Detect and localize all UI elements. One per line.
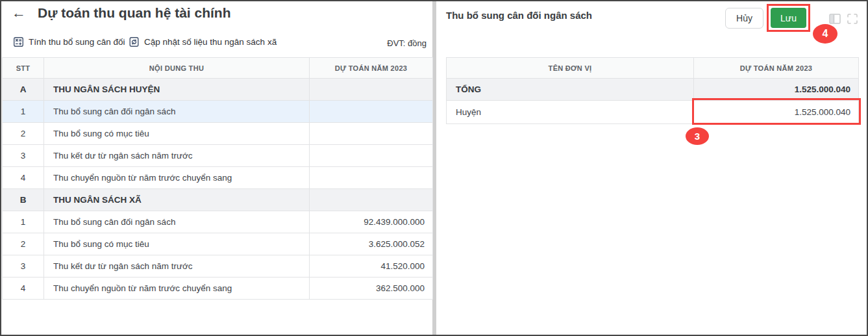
split-panel-icon[interactable]	[829, 13, 841, 27]
cell-stt: 3	[3, 255, 44, 278]
update-commune-data-action[interactable]: Cập nhật số liệu thu ngân sách xã	[129, 36, 277, 47]
cell-value: 1.525.000.040	[694, 79, 859, 101]
table-row[interactable]: 3 Thu kết dư từ ngân sách năm trước	[3, 145, 433, 167]
unit-label: ĐVT: đồng	[387, 38, 427, 48]
cell-stt: 1	[3, 101, 44, 123]
cell-content: Thu chuyển nguồn từ năm trước chuyển san…	[44, 278, 310, 300]
cell-stt: B	[3, 189, 44, 211]
sync-data-icon	[129, 36, 140, 47]
value-input-cell[interactable]: 1.525.000.040	[694, 101, 859, 124]
toolbar-action-label: Tính thu bổ sung cân đối	[29, 37, 125, 47]
cell-stt: A	[3, 79, 44, 101]
table-row[interactable]: 3 Thu kết dư từ ngân sách năm trước 41.5…	[3, 255, 433, 278]
page-title: Dự toán thu quan hệ tài chính	[38, 5, 231, 21]
cell-content: Thu bổ sung cân đối ngân sách	[44, 211, 310, 233]
cancel-button[interactable]: Hủy	[725, 8, 763, 29]
cell-value: 92.439.000.000	[310, 211, 433, 233]
back-icon[interactable]: ←	[12, 6, 26, 20]
cell-unit-name: Huyện	[447, 101, 694, 124]
cell-value	[310, 167, 433, 189]
cell-content: THU NGÂN SÁCH XÃ	[44, 189, 310, 211]
cell-content: Thu bổ sung cân đối ngân sách	[44, 101, 310, 123]
cell-value: 41.520.000	[310, 255, 433, 278]
table-row-selected[interactable]: 1 Thu bổ sung cân đối ngân sách	[3, 101, 433, 123]
column-header-content: NỘI DUNG THU	[44, 58, 310, 79]
cell-stt: 1	[3, 211, 44, 233]
table-row-section-a[interactable]: A THU NGÂN SÁCH HUYỆN	[3, 79, 433, 101]
cell-value	[310, 145, 433, 167]
cell-content: Thu chuyển nguồn từ năm trước chuyển san…	[44, 167, 310, 189]
cell-content: Thu kết dư từ ngân sách năm trước	[44, 145, 310, 167]
table-row-total: TỔNG 1.525.000.040	[447, 79, 859, 101]
cell-value	[310, 123, 433, 145]
cell-stt: 2	[3, 233, 44, 255]
toolbar-action-label: Cập nhật số liệu thu ngân sách xã	[144, 37, 277, 47]
detail-panel-title: Thu bổ sung cân đối ngân sách	[446, 10, 592, 21]
save-button[interactable]: Lưu	[771, 8, 806, 28]
table-row[interactable]: 2 Thu bổ sung có mục tiêu	[3, 123, 433, 145]
table-row-section-b[interactable]: B THU NGÂN SÁCH XÃ	[3, 189, 433, 211]
cell-stt: 4	[3, 278, 44, 300]
cell-stt: 4	[3, 167, 44, 189]
column-header-unit-name: TÊN ĐƠN VỊ	[447, 58, 694, 79]
cell-unit-name: TỔNG	[447, 79, 694, 101]
calc-supplement-action[interactable]: Tính thu bổ sung cân đối	[13, 36, 125, 47]
fullscreen-icon[interactable]	[847, 13, 858, 27]
table-row[interactable]: 2 Thu bổ sung có mục tiêu 3.625.000.052	[3, 233, 433, 255]
column-header-year: DỰ TOÁN NĂM 2023	[310, 58, 433, 79]
cell-stt: 2	[3, 123, 44, 145]
cell-value: 3.625.000.052	[310, 233, 433, 255]
table-row-huyen[interactable]: Huyện 1.525.000.040	[447, 101, 859, 124]
table-row[interactable]: 4 Thu chuyển nguồn từ năm trước chuyển s…	[3, 278, 433, 300]
cell-content: Thu bổ sung có mục tiêu	[44, 123, 310, 145]
column-header-year: DỰ TOÁN NĂM 2023	[694, 58, 859, 79]
table-row[interactable]: 4 Thu chuyển nguồn từ năm trước chuyển s…	[3, 167, 433, 189]
right-table: TÊN ĐƠN VỊ DỰ TOÁN NĂM 2023 TỔNG 1.525.0…	[446, 57, 859, 124]
table-row[interactable]: 1 Thu bổ sung cân đối ngân sách 92.439.0…	[3, 211, 433, 233]
left-table: STT NỘI DUNG THU DỰ TOÁN NĂM 2023 A THU …	[2, 57, 433, 300]
left-table-header-row: STT NỘI DUNG THU DỰ TOÁN NĂM 2023	[3, 58, 433, 79]
calculator-icon	[13, 36, 24, 47]
right-table-header-row: TÊN ĐƠN VỊ DỰ TOÁN NĂM 2023	[447, 58, 859, 79]
column-header-stt: STT	[3, 58, 44, 79]
annotation-step-3: 3	[686, 127, 709, 145]
cell-value: 362.500.000	[310, 278, 433, 300]
cell-content: Thu kết dư từ ngân sách năm trước	[44, 255, 310, 278]
cell-value	[310, 189, 433, 211]
cell-value	[310, 79, 433, 101]
cell-stt: 3	[3, 145, 44, 167]
cell-content: THU NGÂN SÁCH HUYỆN	[44, 79, 310, 101]
cell-content: Thu bổ sung có mục tiêu	[44, 233, 310, 255]
cell-value	[310, 101, 433, 123]
